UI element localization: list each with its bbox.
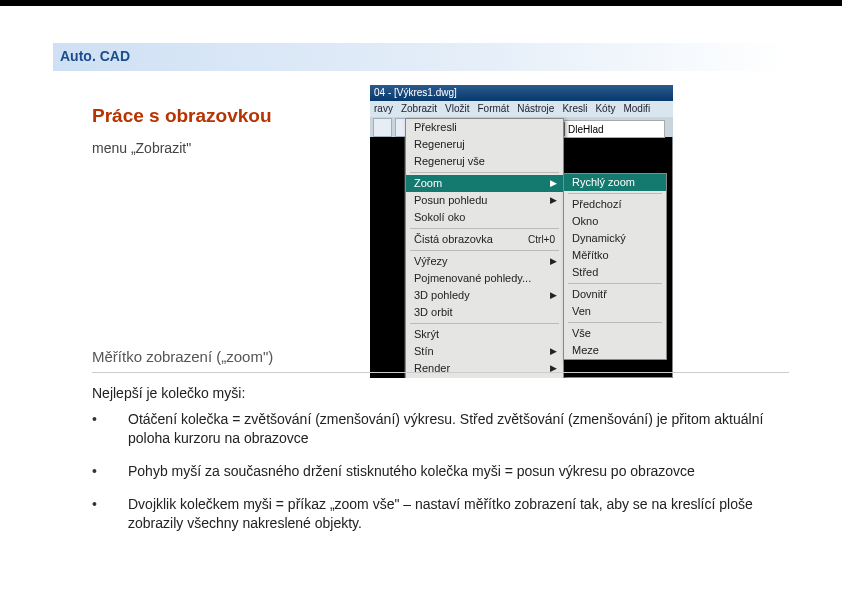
menu-item[interactable]: Překresli: [406, 119, 563, 136]
menu-item[interactable]: 3D pohledy▶: [406, 287, 563, 304]
menubar-item[interactable]: Kresli: [562, 101, 587, 117]
app-menubar: ravy Zobrazit Vložit Formát Nástroje Kre…: [370, 101, 673, 117]
tool-button[interactable]: [373, 118, 392, 137]
submenu-arrow-icon: ▶: [550, 287, 557, 304]
menu-separator: [568, 322, 662, 323]
zoom-submenu: Rychlý zoom Předchozí Okno Dynamický Měř…: [563, 173, 667, 360]
submenu-item[interactable]: Meze: [564, 342, 666, 359]
menu-item[interactable]: Pojmenované pohledy...: [406, 270, 563, 287]
submenu-item[interactable]: Ven: [564, 303, 666, 320]
section2-body: Nejlepší je kolečko myši:: [92, 385, 245, 401]
bullet-list: Otáčení kolečka = zvětšování (zmenšování…: [92, 410, 792, 546]
menubar-item[interactable]: Modifi: [623, 101, 650, 117]
menu-separator: [568, 193, 662, 194]
submenu-item[interactable]: Střed: [564, 264, 666, 281]
submenu-arrow-icon: ▶: [550, 253, 557, 270]
menu-separator: [410, 172, 559, 173]
breadcrumb: Auto. CAD: [60, 48, 130, 64]
submenu-item[interactable]: Vše: [564, 325, 666, 342]
submenu-arrow-icon: ▶: [550, 360, 557, 377]
menu-item[interactable]: Render▶: [406, 360, 563, 377]
menu-item[interactable]: Regeneruj: [406, 136, 563, 153]
breadcrumb-bar: [53, 43, 789, 71]
list-item: Pohyb myší za současného držení stisknut…: [92, 462, 792, 481]
layer-label: DleHlad: [568, 124, 604, 135]
view-menu: Překresli Regeneruj Regeneruj vše Zoom▶ …: [405, 118, 564, 378]
list-item: Dvojklik kolečkem myši = příkaz „zoom vš…: [92, 495, 792, 533]
autocad-screenshot: 04 - [Výkres1.dwg] ravy Zobrazit Vložit …: [370, 85, 673, 378]
menu-separator: [410, 250, 559, 251]
menu-separator: [568, 283, 662, 284]
page-heading: Práce s obrazovkou: [92, 105, 272, 127]
menu-item[interactable]: Výřezy▶: [406, 253, 563, 270]
menu-item[interactable]: Posun pohledu▶: [406, 192, 563, 209]
menu-shortcut: Ctrl+0: [528, 231, 555, 248]
menubar-item[interactable]: Zobrazit: [401, 101, 437, 117]
list-item: Otáčení kolečka = zvětšování (zmenšování…: [92, 410, 792, 448]
menu-item[interactable]: Sokolí oko: [406, 209, 563, 226]
editor-black-area: [370, 137, 405, 378]
menubar-item[interactable]: Nástroje: [517, 101, 554, 117]
submenu-item[interactable]: Dynamický: [564, 230, 666, 247]
submenu-arrow-icon: ▶: [550, 343, 557, 360]
menu-label: menu „Zobrazit": [92, 140, 191, 156]
menu-separator: [410, 323, 559, 324]
separator-line: [92, 372, 789, 373]
section2-heading: Měřítko zobrazení („zoom"): [92, 348, 273, 365]
menu-item[interactable]: Stín▶: [406, 343, 563, 360]
submenu-item[interactable]: Měřítko: [564, 247, 666, 264]
menu-item[interactable]: Skrýt: [406, 326, 563, 343]
menu-item-zoom[interactable]: Zoom▶: [406, 175, 563, 192]
submenu-item[interactable]: Předchozí: [564, 196, 666, 213]
top-black-bar: [0, 0, 842, 6]
menubar-item[interactable]: Kóty: [595, 101, 615, 117]
submenu-item[interactable]: Okno: [564, 213, 666, 230]
menu-separator: [410, 228, 559, 229]
menubar-item[interactable]: Formát: [477, 101, 509, 117]
menu-item[interactable]: Regeneruj vše: [406, 153, 563, 170]
menu-item[interactable]: 3D orbit: [406, 304, 563, 321]
submenu-item[interactable]: Rychlý zoom: [564, 174, 666, 191]
menu-item[interactable]: Čistá obrazovkaCtrl+0: [406, 231, 563, 248]
menubar-item[interactable]: ravy: [374, 101, 393, 117]
menubar-item[interactable]: Vložit: [445, 101, 469, 117]
submenu-arrow-icon: ▶: [550, 175, 557, 192]
submenu-arrow-icon: ▶: [550, 192, 557, 209]
submenu-item[interactable]: Dovnitř: [564, 286, 666, 303]
window-titlebar: 04 - [Výkres1.dwg]: [370, 85, 673, 101]
layer-dropdown[interactable]: DleHlad: [547, 120, 665, 138]
